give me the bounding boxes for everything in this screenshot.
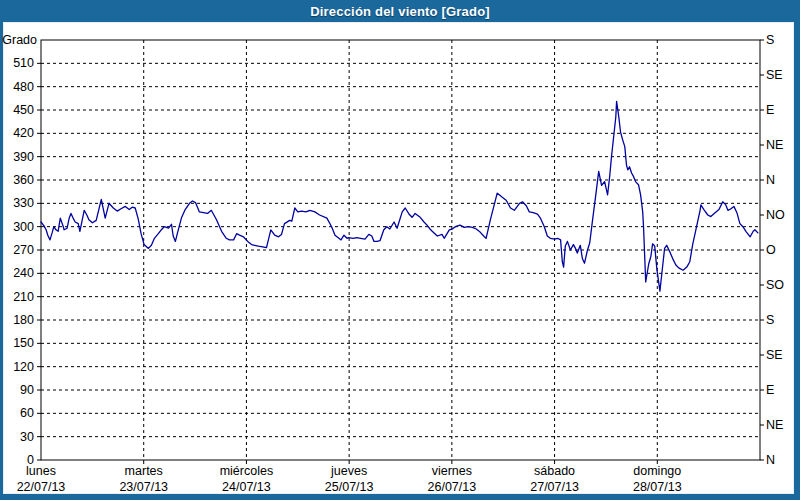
compass-tick-label: N	[766, 173, 775, 187]
day-date-label: 27/07/13	[530, 480, 579, 494]
wind-direction-series	[41, 101, 758, 291]
y-tick-label: 210	[13, 290, 34, 304]
y-tick-label: 90	[20, 383, 34, 397]
day-name-label: viernes	[432, 464, 472, 478]
y-tick-label: 180	[13, 313, 34, 327]
compass-tick-label: NE	[766, 138, 783, 152]
compass-tick-label: NE	[766, 418, 783, 432]
day-date-label: 28/07/13	[633, 480, 682, 494]
y-tick-label: 390	[13, 150, 34, 164]
y-tick-label: 120	[13, 360, 34, 374]
day-date-label: 24/07/13	[222, 480, 271, 494]
x-axis-labels: lunes22/07/13martes23/07/13miércoles24/0…	[17, 460, 682, 494]
y-tick-label: 450	[13, 103, 34, 117]
y-tick-label: 270	[13, 243, 34, 257]
compass-tick-label: NO	[766, 208, 785, 222]
y-tick-label: 30	[20, 430, 34, 444]
compass-tick-label: SO	[766, 278, 784, 292]
y-tick-label: 330	[13, 196, 34, 210]
compass-tick-label: N	[766, 453, 775, 467]
y-tick-label: 420	[13, 126, 34, 140]
y-tick-label: 60	[20, 406, 34, 420]
compass-tick-label: SE	[766, 348, 783, 362]
day-name-label: lunes	[26, 464, 56, 478]
compass-tick-label: O	[766, 243, 776, 257]
compass-tick-label: S	[766, 313, 774, 327]
y-axis-title: Grado	[2, 33, 37, 47]
y-tick-label: 300	[13, 220, 34, 234]
day-date-label: 25/07/13	[325, 480, 374, 494]
y-tick-label: 240	[13, 266, 34, 280]
day-name-label: miércoles	[220, 464, 274, 478]
y-tick-label: 360	[13, 173, 34, 187]
day-name-label: jueves	[330, 464, 367, 478]
compass-tick-label: E	[766, 103, 774, 117]
wind-direction-line-chart: 0306090120150180210240270300330360390420…	[0, 0, 800, 500]
y-axis-left-labels: 0306090120150180210240270300330360390420…	[2, 33, 41, 467]
compass-tick-label: SE	[766, 68, 783, 82]
day-name-label: martes	[125, 464, 163, 478]
day-name-label: domingo	[633, 464, 681, 478]
day-date-label: 23/07/13	[119, 480, 168, 494]
day-date-label: 22/07/13	[17, 480, 66, 494]
compass-tick-label: E	[766, 383, 774, 397]
chart-window: Dirección del viento [Grado] 03060901201…	[0, 0, 800, 500]
y-tick-label: 510	[13, 56, 34, 70]
y-tick-label: 480	[13, 80, 34, 94]
compass-tick-label: S	[766, 33, 774, 47]
y-tick-label: 150	[13, 336, 34, 350]
day-name-label: sábado	[534, 464, 575, 478]
y-axis-right-labels: NNEESESSOONONNEESES	[760, 33, 785, 467]
day-date-label: 26/07/13	[428, 480, 477, 494]
